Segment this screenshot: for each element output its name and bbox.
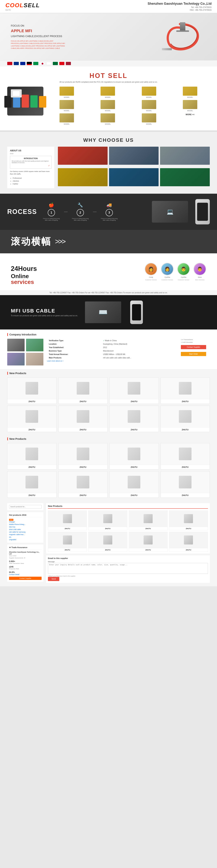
main-product-name: ZHUTU [64,548,71,552]
more-item[interactable]: MORE << [170,113,210,125]
model-item: MODEL [170,87,210,98]
product-card[interactable]: ZHUTU [110,406,159,432]
new-products-title-2: New Products [7,437,210,440]
product-card[interactable]: ZHUTU [161,471,210,498]
sidebar-link-phone-enlarg[interactable]: Mobile Phone Enlarg... [9,523,41,526]
contact-supplier-button[interactable]: Contact Supplier [181,345,206,349]
sidebar-link-samsung-cable[interactable]: usb cable for samsung [9,531,41,533]
main-product-card[interactable]: ZHUTU [129,532,167,552]
process-section: ROCESS 🍎 1 Focus on selling long long af… [0,194,217,230]
main-product-card[interactable]: ZHUTU [48,510,87,530]
wrench-icon: 🔧 [78,203,83,208]
sidebar-link-ungraded[interactable]: Ungraded [9,538,41,541]
sidebar-link-fan[interactable]: Mini Fan [9,526,41,528]
product-name: ZHUTU [181,399,189,404]
main-product-card[interactable]: ZHUTU [48,532,87,552]
product-card[interactable]: ZHUTU [110,443,159,469]
product-image [7,406,56,428]
main-product-card[interactable]: ZHUTU [88,532,127,552]
product-name: ZHUTU [28,399,36,404]
learn-more-link[interactable]: Learn more about us > [47,360,177,362]
hero-brand: APPLE MFI [11,28,65,34]
avatar-4: 👨 [193,263,206,275]
company-name: Shenzhen Gaoshiyuan Technlogy Co.,Ltd [148,2,212,6]
main-product-card[interactable]: ZHUTU [88,510,127,530]
sidebar-link-magnetic[interactable]: magnetic cable brac... [9,533,41,536]
product-name: ZHUTU [130,465,138,469]
hot-sell-section: HOT SELL All our products are RoHS compl… [0,66,217,130]
hot-products-title: Hot products 2016 [9,514,41,517]
mfi-phone-visual [130,301,143,324]
product-card[interactable]: ZHUTU [161,377,210,404]
flag-ru [14,62,19,65]
why-photo-4 [58,168,107,186]
main-product-card[interactable]: ZHUTU [169,510,208,530]
search-input[interactable] [9,505,41,508]
product-image [7,443,56,465]
product-card[interactable]: ZHUTU [58,406,108,432]
product-card[interactable]: ZHUTU [7,377,57,404]
model-item: MODEL [129,87,169,98]
main-product-image [88,532,127,548]
message-textarea[interactable] [48,563,208,574]
sidebar-transaction-value: 0.000+ [9,560,41,562]
step-text-3: Focus on selling long long after sales s… [100,218,118,221]
product-card[interactable]: ZHUTU [58,471,108,498]
scroll-banner: 滚动横幅 >>> [0,230,217,253]
product-card[interactable]: ZHUTU [161,406,210,432]
sidebar-link-charger[interactable]: Charger [9,521,41,523]
product-image [110,443,159,465]
product-card[interactable]: ZHUTU [58,443,108,469]
why-choose-title: WHY CHOOSE US [7,137,210,143]
sidebar-link-etc[interactable]: etc. [9,536,41,538]
product-name: ZHUTU [130,428,138,432]
step-text-2: Focus on selling long long after sales s… [71,218,89,221]
sidebar-supplier-type: Supplier Assessments: ★ [9,557,41,559]
person-role-1: Customer Service [145,279,157,281]
send-button[interactable]: Send [48,577,59,581]
main-product-card[interactable]: ZHUTU [129,510,167,530]
hot-sell-title: HOT SELL [7,72,210,80]
email-form: Email to this supplier Message: * Attach… [46,555,210,583]
product-image [110,471,159,493]
flag-sa [53,62,58,65]
product-card[interactable]: ZHUTU [110,471,159,498]
product-image [110,378,159,399]
service-person-3: 👨 Cynthia Customer Service [177,263,190,281]
main-section-title-1: New Products [48,505,208,509]
product-card[interactable]: ZHUTU [7,406,57,432]
product-card[interactable]: ZHUTU [7,471,57,498]
model-item: MODEL [170,100,210,112]
product-name: ZHUTU [79,493,87,497]
sidebar-link-short-cable[interactable]: short USB cable [9,528,41,531]
start-order-button[interactable]: Start Order [181,352,206,356]
person-label-1: Cindy [149,276,153,278]
flag-jp [40,62,45,65]
product-image [59,443,107,465]
model-item: MODEL [47,87,87,98]
why-content: ABOUT US detail INTRODUCTION We provide … [7,147,210,188]
product-card[interactable]: ZHUTU [161,443,210,469]
sidebar-contact-button[interactable]: Contact Supplier [9,577,41,580]
main-product-name: ZHUTU [64,527,71,530]
product-card[interactable]: ZHUTU [7,443,57,469]
main-product-card[interactable]: ZHUTU [169,532,208,552]
sidebar-contact-detail-link[interactable]: Contact Detail [9,573,41,576]
main-product-name: ZHUTU [185,548,192,552]
product-card[interactable]: ZHUTU [58,377,108,404]
mfi-laptop-image: ⌨️ [85,302,121,323]
main-product-image [129,532,167,548]
model-item: MODEL [88,113,128,125]
hot-sell-content: MODEL MODEL MODEL MODEL MODEL MODEL [7,87,210,125]
why-photo-6 [160,168,210,186]
about-desc: Our factory covers 10000 square meter an… [10,170,52,175]
process-step-3: 🚚 3 Focus on selling long long after sal… [100,203,118,221]
mfi-left: MFI USB CABLE To ensure our products are… [11,308,78,317]
flag-it [33,62,38,65]
product-card[interactable]: ZHUTU [110,377,159,404]
laptop-visual: 💻 [152,201,188,223]
person-role-4: More Services [195,279,204,281]
sidebar-response-rate: ≥245 [9,566,41,568]
flag-fr [20,62,25,65]
about-title: ABOUT US [10,149,52,152]
